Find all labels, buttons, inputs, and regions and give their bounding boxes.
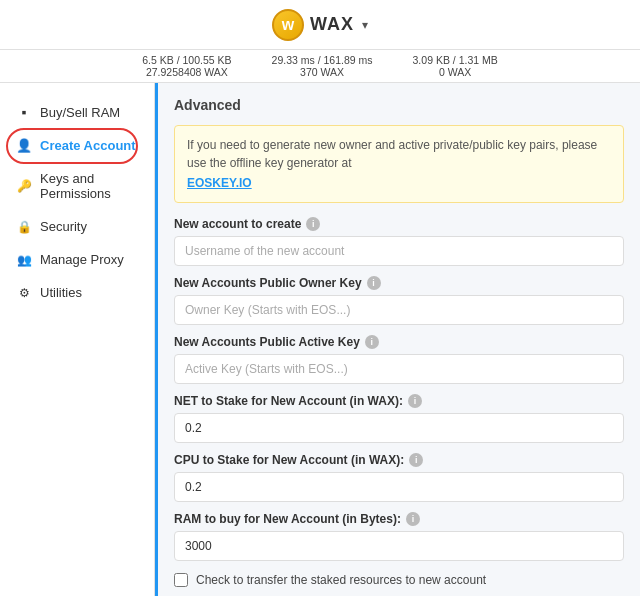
sidebar-item-label-security: Security — [40, 219, 87, 234]
sidebar-item-create-account[interactable]: 👤 Create Account — [0, 129, 154, 162]
form-group-owner-key: New Accounts Public Owner Key i — [174, 276, 624, 325]
utilities-icon: ⚙ — [16, 286, 32, 300]
input-account-name[interactable] — [174, 236, 624, 266]
info-icon-net-stake[interactable]: i — [408, 394, 422, 408]
sidebar-item-label-create-account: Create Account — [40, 138, 136, 153]
sidebar-item-keys-permissions[interactable]: 🔑 Keys and Permissions — [0, 162, 154, 210]
label-account-name: New account to create i — [174, 217, 624, 231]
label-ram-buy: RAM to buy for New Account (in Bytes): i — [174, 512, 624, 526]
logo-area: w WAX ▾ — [272, 9, 368, 41]
stat-net-line1: 3.09 KB / 1.31 MB — [413, 54, 498, 66]
keys-permissions-icon: 🔑 — [16, 179, 32, 193]
label-owner-key: New Accounts Public Owner Key i — [174, 276, 624, 290]
input-ram-buy[interactable] — [174, 531, 624, 561]
manage-proxy-icon: 👥 — [16, 253, 32, 267]
main-layout: ▪ Buy/Sell RAM 👤 Create Account 🔑 Keys a… — [0, 83, 640, 596]
header-chevron-icon[interactable]: ▾ — [362, 18, 368, 32]
stat-ram-line2: 27.9258408 WAX — [142, 66, 231, 78]
sidebar-item-label-keys: Keys and Permissions — [40, 171, 138, 201]
label-active-key: New Accounts Public Active Key i — [174, 335, 624, 349]
create-account-icon: 👤 — [16, 138, 32, 153]
info-box-text: If you need to generate new owner and ac… — [187, 138, 597, 170]
input-cpu-stake[interactable] — [174, 472, 624, 502]
header-title: WAX — [310, 14, 354, 35]
input-active-key[interactable] — [174, 354, 624, 384]
stat-cpu: 29.33 ms / 161.89 ms 370 WAX — [272, 54, 373, 78]
transfer-resources-checkbox[interactable] — [174, 573, 188, 587]
info-icon-ram-buy[interactable]: i — [406, 512, 420, 526]
main-content: Advanced If you need to generate new own… — [155, 83, 640, 596]
stat-ram: 6.5 KB / 100.55 KB 27.9258408 WAX — [142, 54, 231, 78]
info-icon-active-key[interactable]: i — [365, 335, 379, 349]
stats-bar: 6.5 KB / 100.55 KB 27.9258408 WAX 29.33 … — [0, 50, 640, 83]
security-icon: 🔒 — [16, 220, 32, 234]
wax-logo-coin: w — [272, 9, 304, 41]
sidebar-item-label-buy-sell-ram: Buy/Sell RAM — [40, 105, 120, 120]
form-group-net-stake: NET to Stake for New Account (in WAX): i — [174, 394, 624, 443]
wax-logo-letter: w — [282, 16, 294, 34]
stat-cpu-line2: 370 WAX — [272, 66, 373, 78]
transfer-resources-row: Check to transfer the staked resources t… — [174, 573, 624, 587]
content-inner: Advanced If you need to generate new own… — [155, 83, 640, 596]
app-header: w WAX ▾ — [0, 0, 640, 50]
stat-cpu-line1: 29.33 ms / 161.89 ms — [272, 54, 373, 66]
form-group-ram-buy: RAM to buy for New Account (in Bytes): i — [174, 512, 624, 561]
form-group-active-key: New Accounts Public Active Key i — [174, 335, 624, 384]
form-group-cpu-stake: CPU to Stake for New Account (in WAX): i — [174, 453, 624, 502]
sidebar-item-security[interactable]: 🔒 Security — [0, 210, 154, 243]
info-icon-cpu-stake[interactable]: i — [409, 453, 423, 467]
buy-sell-ram-icon: ▪ — [16, 104, 32, 120]
sidebar-item-buy-sell-ram[interactable]: ▪ Buy/Sell RAM — [0, 95, 154, 129]
info-icon-account-name[interactable]: i — [306, 217, 320, 231]
input-net-stake[interactable] — [174, 413, 624, 443]
sidebar-item-label-utilities: Utilities — [40, 285, 82, 300]
input-owner-key[interactable] — [174, 295, 624, 325]
sidebar-item-utilities[interactable]: ⚙ Utilities — [0, 276, 154, 309]
info-icon-owner-key[interactable]: i — [367, 276, 381, 290]
sidebar-item-manage-proxy[interactable]: 👥 Manage Proxy — [0, 243, 154, 276]
eoskey-link[interactable]: EOSKEY.IO — [187, 174, 611, 192]
sidebar-item-label-proxy: Manage Proxy — [40, 252, 124, 267]
section-title: Advanced — [174, 97, 624, 113]
label-net-stake: NET to Stake for New Account (in WAX): i — [174, 394, 624, 408]
stat-net: 3.09 KB / 1.31 MB 0 WAX — [413, 54, 498, 78]
form-group-account-name: New account to create i — [174, 217, 624, 266]
stat-net-line2: 0 WAX — [413, 66, 498, 78]
label-cpu-stake: CPU to Stake for New Account (in WAX): i — [174, 453, 624, 467]
info-box: If you need to generate new owner and ac… — [174, 125, 624, 203]
transfer-resources-label[interactable]: Check to transfer the staked resources t… — [196, 573, 486, 587]
sidebar: ▪ Buy/Sell RAM 👤 Create Account 🔑 Keys a… — [0, 83, 155, 596]
stat-ram-line1: 6.5 KB / 100.55 KB — [142, 54, 231, 66]
